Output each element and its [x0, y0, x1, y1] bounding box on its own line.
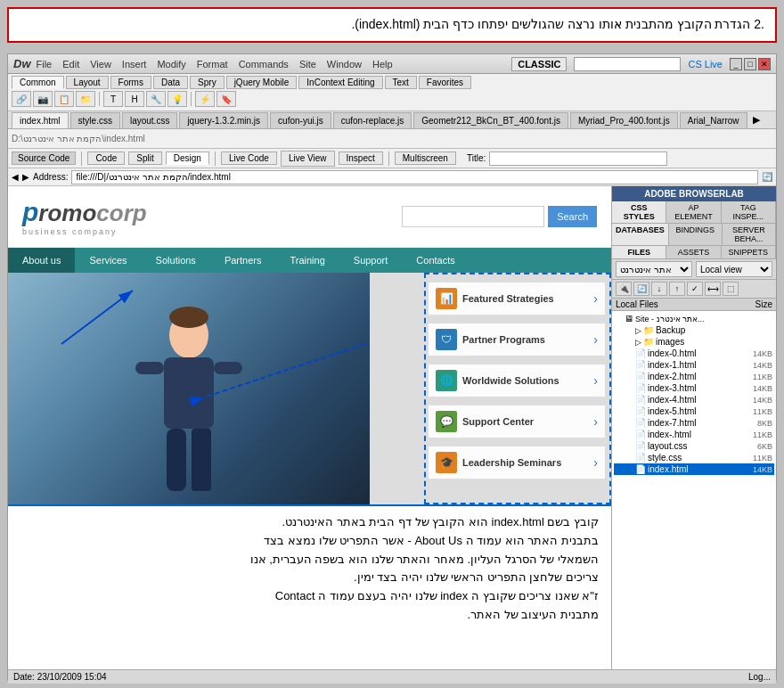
- toolbar-btn-10[interactable]: 🔖: [216, 91, 236, 107]
- nav-support[interactable]: Support: [339, 248, 403, 273]
- live-code-btn[interactable]: Live Code: [221, 152, 277, 165]
- toolbar-btn-2[interactable]: 📷: [33, 91, 53, 107]
- feature-leadership-seminars[interactable]: 🎓 Leadership Seminars ›: [428, 446, 606, 479]
- file-tab-arial[interactable]: Arial_Narrow: [680, 112, 747, 128]
- put-files-btn[interactable]: ↑: [669, 282, 685, 296]
- maximize-button[interactable]: □: [744, 58, 756, 70]
- design-mode-btn[interactable]: Design: [166, 152, 209, 165]
- tab-forms[interactable]: Forms: [110, 76, 151, 89]
- nav-services[interactable]: Services: [75, 248, 141, 273]
- tree-index-2[interactable]: 📄 index-2.html 11KB: [614, 371, 774, 382]
- file-tab-style[interactable]: style.css: [70, 112, 120, 128]
- view-selector[interactable]: Local view: [696, 261, 772, 277]
- live-view-btn[interactable]: Live View: [281, 151, 335, 167]
- tree-layout-css[interactable]: 📄 layout.css 6KB: [614, 440, 774, 452]
- toolbar-btn-6[interactable]: H: [125, 91, 144, 107]
- menu-site[interactable]: Site: [299, 59, 316, 70]
- tree-images[interactable]: ▷ 📁 images: [614, 336, 774, 348]
- tree-backup[interactable]: ▷ 📁 Backup: [614, 324, 774, 336]
- file-tab-myriad[interactable]: Myriad_Pro_400.font.js: [570, 112, 678, 128]
- menu-view[interactable]: View: [90, 59, 111, 70]
- tab-ap-element[interactable]: AP ELEMENT: [666, 201, 721, 223]
- minimize-button[interactable]: _: [730, 58, 742, 70]
- tab-spry[interactable]: Spry: [190, 76, 225, 89]
- menu-commands[interactable]: Commands: [239, 59, 289, 70]
- tree-index-7[interactable]: 📄 index-7.html 8KB: [614, 417, 774, 429]
- tab-favorites[interactable]: Favorites: [419, 76, 471, 89]
- menu-format[interactable]: Format: [197, 59, 228, 70]
- feature-partner-programs[interactable]: 🛡 Partner Programs ›: [428, 323, 606, 356]
- title-input[interactable]: [489, 152, 667, 166]
- nav-about[interactable]: About us: [8, 248, 75, 273]
- get-files-btn[interactable]: ↓: [651, 282, 667, 296]
- cs-live-label[interactable]: CS Live: [688, 59, 723, 70]
- tab-incontext[interactable]: InContext Editing: [298, 76, 382, 89]
- inspect-btn[interactable]: Inspect: [339, 152, 383, 165]
- file-tab-cufon-replace[interactable]: cufon-replace.js: [333, 112, 412, 128]
- tab-layout[interactable]: Layout: [66, 76, 109, 89]
- file-tab-geometr[interactable]: Geometr212_BkCn_BT_400.font.js: [413, 112, 568, 128]
- close-button[interactable]: ✕: [758, 58, 771, 70]
- source-code-tab[interactable]: Source Code: [12, 152, 76, 165]
- file-tab-index[interactable]: index.html: [12, 112, 69, 128]
- nav-contacts[interactable]: Contacts: [402, 248, 469, 273]
- tab-common[interactable]: Common: [12, 76, 64, 89]
- toolbar-btn-7[interactable]: 🔧: [146, 91, 166, 107]
- split-mode-btn[interactable]: Split: [128, 152, 161, 165]
- tab-databases[interactable]: DATABASES: [612, 224, 669, 245]
- feature-support-center[interactable]: 💬 Support Center ›: [428, 405, 606, 438]
- tree-index-3[interactable]: 📄 index-3.html 14KB: [614, 382, 774, 394]
- toolbar-btn-1[interactable]: 🔗: [12, 91, 31, 107]
- nav-back-btn[interactable]: ◀: [12, 172, 19, 182]
- nav-partners[interactable]: Partners: [210, 248, 276, 273]
- tab-tag-inspec[interactable]: TAG INSPE...: [722, 201, 776, 223]
- tab-bindings[interactable]: BINDINGS: [669, 224, 723, 245]
- tree-index-4[interactable]: 📄 index-4.html 14KB: [614, 394, 774, 405]
- tab-assets[interactable]: ASSETS: [666, 246, 721, 258]
- site-search-input[interactable]: [402, 206, 544, 227]
- address-input[interactable]: [71, 170, 758, 184]
- connect-btn[interactable]: 🔌: [616, 282, 632, 296]
- classic-badge[interactable]: CLASSIC: [511, 57, 567, 71]
- tree-site-root[interactable]: 🖥 Site - אתר אינטרנ...: [614, 313, 774, 324]
- tree-style-css[interactable]: 📄 style.css 11KB: [614, 452, 774, 463]
- tab-server-beha[interactable]: SERVER BEHA...: [723, 224, 776, 245]
- menu-edit[interactable]: Edit: [62, 59, 79, 70]
- title-search-input[interactable]: [574, 57, 681, 71]
- site-selector[interactable]: אתר אינטרנט: [616, 261, 692, 277]
- tree-index-5[interactable]: 📄 index-5.html 11KB: [614, 405, 774, 417]
- multiscreen-btn[interactable]: Multiscreen: [395, 152, 456, 165]
- expand-btn[interactable]: ⬚: [723, 282, 739, 296]
- toolbar-btn-3[interactable]: 📋: [54, 91, 74, 107]
- file-tab-jquery[interactable]: jquery-1.3.2.min.js: [179, 112, 268, 128]
- site-search-button[interactable]: Search: [548, 206, 597, 227]
- nav-forward-btn[interactable]: ▶: [22, 172, 29, 182]
- feature-worldwide-solutions[interactable]: 🌐 Worldwide Solutions ›: [428, 364, 606, 397]
- tree-index-dash[interactable]: 📄 index-.html 11KB: [614, 429, 774, 440]
- menu-help[interactable]: Help: [372, 59, 393, 70]
- scroll-tabs-btn[interactable]: ▶: [753, 114, 760, 126]
- tab-files[interactable]: FILES: [612, 246, 666, 258]
- code-mode-btn[interactable]: Code: [87, 152, 125, 165]
- menu-window[interactable]: Window: [327, 59, 362, 70]
- tab-css-styles[interactable]: CSS STYLES: [612, 201, 666, 223]
- refresh-btn[interactable]: 🔄: [762, 172, 772, 182]
- tree-index-1[interactable]: 📄 index-1.html 14KB: [614, 359, 774, 371]
- refresh-files-btn[interactable]: 🔄: [633, 282, 649, 296]
- toolbar-btn-4[interactable]: 📁: [76, 91, 95, 107]
- file-tab-cufon-yui[interactable]: cufon-yui.js: [270, 112, 331, 128]
- file-tab-layout[interactable]: layout.css: [122, 112, 177, 128]
- log-button[interactable]: Log...: [748, 672, 771, 682]
- tab-jquery-mobile[interactable]: jQuery Mobile: [226, 76, 298, 89]
- tab-snippets[interactable]: SNIPPETS: [722, 246, 776, 258]
- tab-text[interactable]: Text: [385, 76, 417, 89]
- tab-data[interactable]: Data: [153, 76, 188, 89]
- menu-file[interactable]: File: [37, 59, 53, 70]
- tree-index-html[interactable]: 📄 index.html 14KB: [614, 463, 774, 475]
- menu-modify[interactable]: Modify: [157, 59, 185, 70]
- sync-btn[interactable]: ⟷: [705, 282, 721, 296]
- nav-solutions[interactable]: Solutions: [142, 248, 210, 273]
- toolbar-btn-5[interactable]: T: [103, 91, 123, 107]
- toolbar-btn-8[interactable]: 💡: [167, 91, 187, 107]
- nav-training[interactable]: Training: [275, 248, 339, 273]
